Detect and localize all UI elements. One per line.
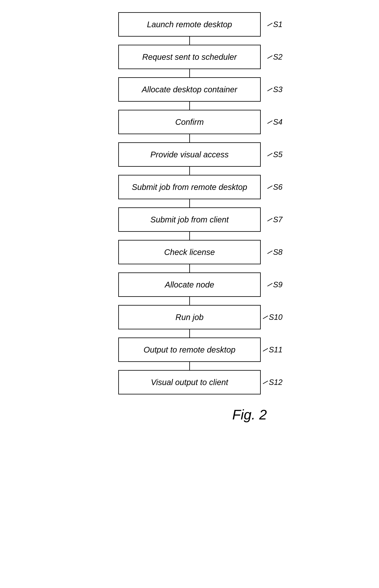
step-label-s6: Submit job from remote desktop [132, 183, 247, 192]
step-row: Request sent to schedulerS2 [88, 45, 291, 69]
step-label-s8: Check license [164, 248, 215, 257]
connector-line [189, 297, 190, 305]
step-id-s2: S2 [273, 53, 283, 61]
step-box-s7: Submit job from clientS7 [118, 207, 261, 232]
step-box-s12: Visual output to clientS12 [118, 370, 261, 395]
step-label-s3: Allocate desktop container [142, 85, 237, 94]
step-row: Allocate nodeS9 [88, 272, 291, 297]
step-box-s8: Check licenseS8 [118, 240, 261, 264]
step-row: Output to remote desktopS11 [88, 338, 291, 362]
step-row: Run jobS10 [88, 305, 291, 329]
connector-line [189, 37, 190, 45]
step-box-s2: Request sent to schedulerS2 [118, 45, 261, 69]
connector-line [189, 232, 190, 240]
step-label-s9: Allocate node [165, 280, 214, 289]
step-id-s5: S5 [273, 150, 283, 159]
step-box-s10: Run jobS10 [118, 305, 261, 329]
step-row: ConfirmS4 [88, 110, 291, 134]
step-id-s4: S4 [273, 118, 283, 126]
step-box-s9: Allocate nodeS9 [118, 272, 261, 297]
step-id-s3: S3 [273, 85, 283, 94]
step-box-s5: Provide visual accessS5 [118, 142, 261, 167]
step-label-s2: Request sent to scheduler [142, 52, 237, 62]
step-row: Submit job from remote desktopS6 [88, 175, 291, 199]
step-id-s12: S12 [269, 378, 283, 387]
step-row: Allocate desktop containerS3 [88, 77, 291, 102]
step-label-s5: Provide visual access [150, 150, 229, 159]
connector-line [189, 167, 190, 175]
step-id-s7: S7 [273, 215, 283, 224]
step-box-s11: Output to remote desktopS11 [118, 338, 261, 362]
connector-line [189, 69, 190, 77]
connector-line [189, 329, 190, 338]
connector-line [189, 362, 190, 370]
step-label-s1: Launch remote desktop [147, 20, 232, 29]
step-id-s6: S6 [273, 183, 283, 191]
step-label-s11: Output to remote desktop [143, 345, 235, 354]
connector-line [189, 134, 190, 142]
step-row: Submit job from clientS7 [88, 207, 291, 232]
step-id-s9: S9 [273, 280, 283, 289]
diagram-container: Launch remote desktopS1Request sent to s… [88, 12, 291, 423]
step-row: Launch remote desktopS1 [88, 12, 291, 37]
step-label-s12: Visual output to client [151, 378, 228, 387]
step-row: Provide visual accessS5 [88, 142, 291, 167]
step-id-s8: S8 [273, 248, 283, 257]
step-label-s7: Submit job from client [150, 215, 229, 224]
connector-line [189, 102, 190, 110]
connector-line [189, 264, 190, 272]
step-row: Check licenseS8 [88, 240, 291, 264]
step-box-s3: Allocate desktop containerS3 [118, 77, 261, 102]
step-id-s1: S1 [273, 20, 283, 29]
step-box-s1: Launch remote desktopS1 [118, 12, 261, 37]
figure-label: Fig. 2 [232, 407, 267, 423]
step-row: Visual output to clientS12 [88, 370, 291, 395]
step-id-s10: S10 [269, 313, 283, 322]
step-label-s4: Confirm [175, 118, 204, 127]
step-label-s10: Run job [175, 313, 204, 322]
step-box-s6: Submit job from remote desktopS6 [118, 175, 261, 199]
connector-line [189, 199, 190, 207]
step-id-s11: S11 [269, 345, 283, 354]
step-box-s4: ConfirmS4 [118, 110, 261, 134]
